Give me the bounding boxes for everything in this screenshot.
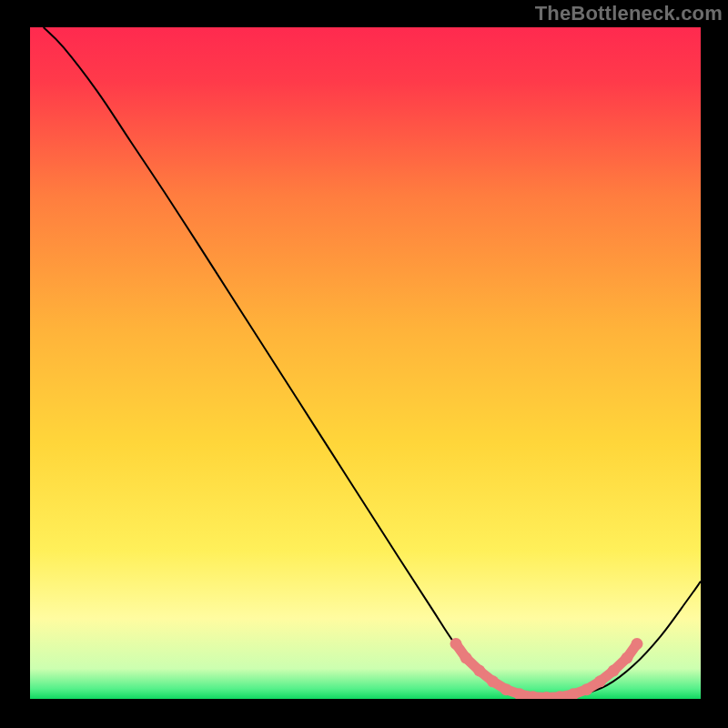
optimal-zone-marker <box>581 683 592 695</box>
watermark-text: TheBottleneck.com <box>535 2 723 25</box>
optimal-zone-marker <box>500 683 512 695</box>
optimal-zone-marker <box>450 638 462 650</box>
optimal-zone-marker <box>460 652 472 663</box>
optimal-zone-marker <box>487 675 499 687</box>
optimal-zone-marker <box>594 675 606 687</box>
gradient-background <box>30 27 701 699</box>
optimal-zone-marker <box>608 665 620 677</box>
chart-stage: TheBottleneck.com <box>0 0 728 728</box>
bottleneck-chart <box>30 27 701 699</box>
optimal-zone-marker <box>473 665 485 677</box>
optimal-zone-marker <box>621 652 632 663</box>
optimal-zone-marker <box>631 638 642 650</box>
